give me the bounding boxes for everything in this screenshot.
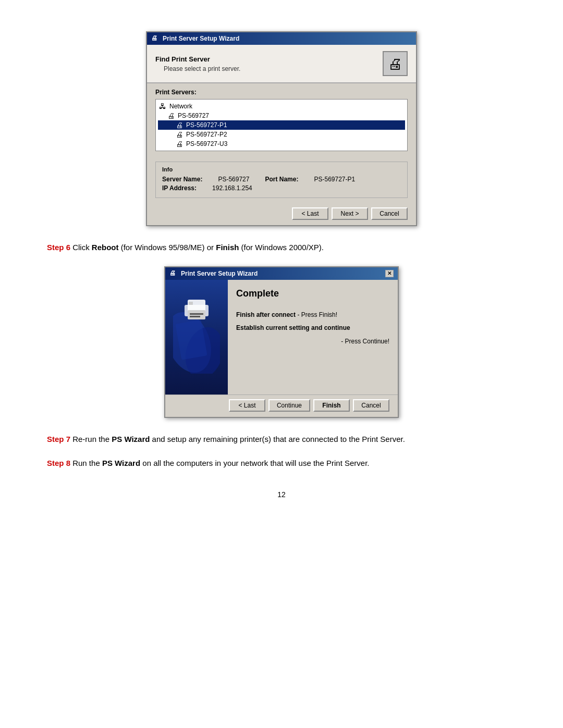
svg-rect-7	[190, 313, 203, 315]
dialog1-titlebar: 🖨 Print Server Setup Wizard	[147, 32, 416, 45]
server-tree[interactable]: 🖧 Network 🖨 PS-569727 🖨 PS-569727-P1 🖨 P…	[155, 99, 408, 151]
network-icon: 🖧	[158, 102, 167, 110]
titlebar-icon-2: 🖨	[169, 269, 178, 278]
server-name-label: Server Name:	[162, 176, 202, 183]
sidebar-svg	[173, 290, 220, 374]
finish-connect-action: - Press Finish!	[297, 311, 337, 318]
complete-line2-cont: - Press Continue!	[236, 336, 389, 348]
step8-text: Run the PS Wizard on all the computers i…	[72, 459, 369, 467]
step6-text: Click Reboot (for Windows 95/98/ME) or F…	[72, 243, 324, 252]
server-name-value: PS-569727	[218, 176, 249, 183]
tree-item-ps569727[interactable]: 🖨 PS-569727	[158, 111, 405, 120]
dialog2-main: Complete Finish after connect - Press Fi…	[228, 280, 398, 394]
page-content: 🖨 Print Server Setup Wizard Find Print S…	[47, 31, 516, 499]
titlebar-icon: 🖨	[151, 34, 160, 43]
wizard-dialog-1: 🖨 Print Server Setup Wizard Find Print S…	[146, 31, 417, 226]
step8-label: Step 8	[47, 459, 70, 467]
establish-label: Establish current setting and continue	[236, 324, 350, 331]
tree-label-ps569727: PS-569727	[178, 112, 209, 119]
svg-rect-9	[189, 302, 193, 305]
ip-value: 192.168.1.254	[212, 184, 252, 192]
printer-tree-icon-3: 🖨	[175, 130, 184, 139]
dialog1-subtext: Please select a print server.	[155, 65, 240, 72]
dialog1-footer: < Last Next > Cancel	[147, 203, 416, 225]
finish-connect-label: Finish after connect	[236, 311, 296, 318]
printer-icon-large: 🖨	[383, 51, 408, 76]
close-button[interactable]: ✕	[385, 270, 394, 277]
ip-label: IP Address:	[162, 184, 197, 192]
establish-value: - Press Continue!	[341, 338, 389, 345]
step7-text: Re-run the PS Wizard and setup any remai…	[72, 435, 405, 443]
info-row-ip: IP Address: 192.168.1.254	[162, 184, 401, 192]
dialog1-header-text: Find Print Server Please select a print …	[155, 55, 240, 72]
sidebar-graphic	[173, 290, 220, 375]
info-row-server: Server Name: PS-569727 Port Name: PS-569…	[162, 176, 401, 183]
dialog1-tree-section: Print Servers: 🖧 Network 🖨 PS-569727 🖨 P…	[147, 83, 416, 156]
printer-tree-icon-4: 🖨	[175, 140, 184, 148]
cancel-button-1[interactable]: Cancel	[371, 207, 408, 220]
dialog1-info: Info Server Name: PS-569727 Port Name: P…	[155, 162, 408, 198]
svg-rect-8	[190, 316, 200, 317]
dialog2-title: Print Server Setup Wizard	[181, 270, 258, 277]
step7-label: Step 7	[47, 435, 70, 443]
tree-item-network[interactable]: 🖧 Network	[158, 102, 405, 111]
step7-paragraph: Step 7 Re-run the PS Wizard and setup an…	[47, 434, 516, 446]
dialog2-sidebar	[165, 280, 228, 394]
printer-tree-icon-1: 🖨	[166, 112, 176, 120]
last-button-2[interactable]: < Last	[229, 399, 265, 412]
dialog1-heading: Find Print Server	[155, 55, 240, 63]
step8-paragraph: Step 8 Run the PS Wizard on all the comp…	[47, 458, 516, 470]
complete-line1: Finish after connect - Press Finish!	[236, 310, 389, 321]
tree-label-ps569727-u3: PS-569727-U3	[186, 140, 227, 147]
tree-item-ps569727-p2[interactable]: 🖨 PS-569727-P2	[158, 130, 405, 139]
complete-line2: Establish current setting and continue	[236, 323, 389, 334]
page-number: 12	[47, 490, 516, 499]
printer-tree-icon-2: 🖨	[175, 121, 184, 129]
print-servers-label: Print Servers:	[155, 89, 408, 96]
tree-label-ps569727-p1: PS-569727-P1	[186, 121, 227, 129]
dialog2-body: Complete Finish after connect - Press Fi…	[165, 280, 398, 394]
next-button-1[interactable]: Next >	[332, 207, 368, 220]
finish-button[interactable]: Finish	[313, 399, 350, 412]
cancel-button-2[interactable]: Cancel	[353, 399, 389, 412]
last-button-1[interactable]: < Last	[292, 207, 328, 220]
tree-label-ps569727-p2: PS-569727-P2	[186, 131, 227, 138]
dialog2-titlebar: 🖨 Print Server Setup Wizard ✕	[165, 267, 398, 280]
dialog1-title: Print Server Setup Wizard	[163, 35, 239, 42]
dialog2-footer: < Last Continue Finish Cancel	[165, 394, 398, 417]
dialog1-body: Find Print Server Please select a print …	[147, 45, 416, 225]
complete-title: Complete	[236, 288, 389, 299]
wizard-dialog-2: 🖨 Print Server Setup Wizard ✕	[164, 266, 399, 418]
tree-item-ps569727-u3[interactable]: 🖨 PS-569727-U3	[158, 139, 405, 149]
port-name-value: PS-569727-P1	[314, 176, 355, 183]
dialog1-header: Find Print Server Please select a print …	[147, 45, 416, 83]
port-name-label: Port Name:	[265, 176, 298, 183]
tree-item-ps569727-p1[interactable]: 🖨 PS-569727-P1	[158, 120, 405, 130]
step6-paragraph: Step 6 Click Reboot (for Windows 95/98/M…	[47, 242, 516, 254]
complete-info: Finish after connect - Press Finish! Est…	[236, 310, 389, 348]
continue-button[interactable]: Continue	[268, 399, 310, 412]
tree-label-network: Network	[169, 103, 192, 110]
step6-label: Step 6	[47, 243, 70, 252]
info-title: Info	[162, 166, 401, 172]
